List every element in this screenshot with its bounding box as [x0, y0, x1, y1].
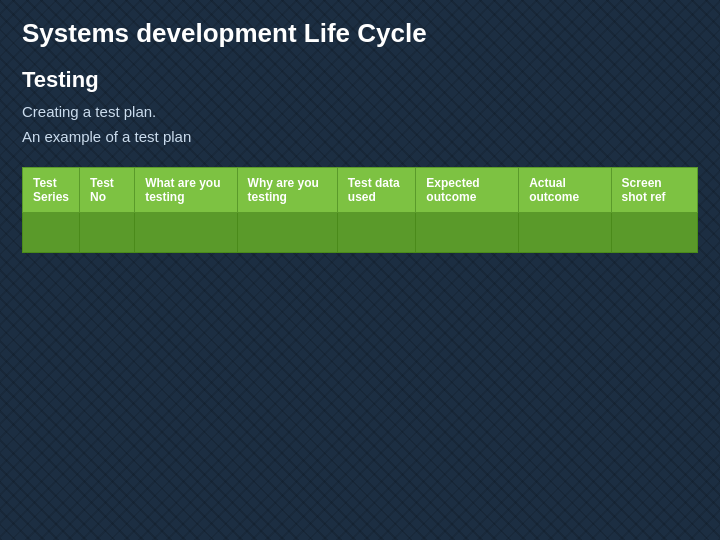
- test-plan-table-container: TestSeries Test No What are you testing …: [22, 167, 698, 253]
- col-header-test-series: TestSeries: [23, 168, 80, 213]
- page-title: Systems development Life Cycle: [22, 18, 698, 49]
- subtitle-text: Creating a test plan.: [22, 103, 698, 120]
- test-plan-table: TestSeries Test No What are you testing …: [22, 167, 698, 253]
- cell-screen-shot: [611, 213, 697, 253]
- cell-expected-outcome: [416, 213, 519, 253]
- col-header-screen-shot: Screen shot ref: [611, 168, 697, 213]
- col-header-what-testing: What are you testing: [135, 168, 237, 213]
- cell-test-data: [337, 213, 415, 253]
- col-header-expected-outcome: Expected outcome: [416, 168, 519, 213]
- section-title: Testing: [22, 67, 698, 93]
- cell-test-no: [80, 213, 135, 253]
- cell-test-series: [23, 213, 80, 253]
- table-header-row: TestSeries Test No What are you testing …: [23, 168, 698, 213]
- cell-why-testing: [237, 213, 337, 253]
- cell-what-testing: [135, 213, 237, 253]
- col-header-actual-outcome: Actual outcome: [519, 168, 611, 213]
- main-content: Systems development Life Cycle Testing C…: [0, 0, 720, 271]
- cell-actual-outcome: [519, 213, 611, 253]
- col-header-test-no: Test No: [80, 168, 135, 213]
- col-header-why-testing: Why are you testing: [237, 168, 337, 213]
- col-header-test-data: Test data used: [337, 168, 415, 213]
- table-row-empty: [23, 213, 698, 253]
- subheading-text: An example of a test plan: [22, 128, 698, 145]
